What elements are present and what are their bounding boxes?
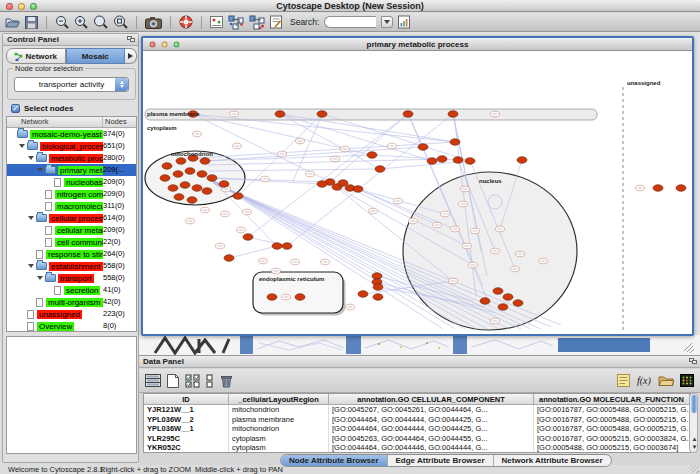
graph-node[interactable] (513, 300, 523, 307)
graph-node[interactable] (437, 156, 447, 163)
tree-row[interactable]: primary metabo209(... (7, 164, 136, 176)
background-windows-strip[interactable] (139, 335, 700, 355)
graph-node[interactable] (403, 111, 413, 118)
graph-node[interactable] (295, 294, 305, 301)
graph-node[interactable] (517, 157, 527, 164)
expander-icon[interactable] (37, 168, 43, 172)
open-session-icon[interactable] (5, 14, 20, 31)
tree-row[interactable]: nitrogen compo209(0) (7, 188, 136, 200)
graph-node[interactable] (207, 175, 217, 182)
tree-row[interactable]: establishment of lo558(0) (7, 260, 136, 272)
graph-node[interactable] (282, 243, 292, 250)
graph-node[interactable] (367, 152, 377, 159)
graph-node[interactable] (358, 291, 368, 298)
tree-row[interactable]: unassigned223(0) (7, 308, 136, 320)
graph-node[interactable] (275, 111, 285, 118)
graph-node[interactable] (233, 193, 243, 200)
network-window-titlebar[interactable]: primary metabolic process (143, 38, 692, 51)
graph-node[interactable] (185, 168, 195, 175)
expander-icon[interactable] (37, 276, 43, 280)
graph-node[interactable] (173, 171, 183, 178)
tree-row[interactable]: mosaic-demo-yeast874(0) (7, 128, 136, 140)
tree-row[interactable]: metabolic process280(0) (7, 152, 136, 164)
import-table-icon[interactable] (658, 372, 674, 389)
graph-node[interactable] (219, 181, 229, 188)
graph-node[interactable] (448, 111, 458, 118)
graph-node[interactable] (243, 234, 253, 241)
column-header[interactable]: ID (144, 394, 229, 404)
tab-scroll-right-icon[interactable] (125, 48, 137, 64)
graph-node[interactable] (676, 185, 686, 192)
search-input[interactable] (324, 16, 376, 28)
graph-node[interactable] (174, 194, 184, 201)
select-attributes-icon[interactable] (185, 372, 200, 389)
float-panel-icon[interactable] (127, 36, 135, 43)
graph-node[interactable] (372, 273, 382, 280)
graph-node[interactable] (498, 304, 508, 311)
zoom-fit-icon[interactable] (93, 14, 108, 31)
tree-row[interactable]: cellular metabo209(0) (7, 224, 136, 236)
grid-icon[interactable] (145, 372, 161, 389)
table-scrollbar[interactable]: ▲ ▼ (689, 393, 698, 453)
tab-network[interactable]: Network (6, 48, 66, 64)
birds-eye-view[interactable] (6, 336, 137, 454)
tree-row[interactable]: secretion41(0) (7, 284, 136, 296)
graph-node[interactable] (493, 288, 503, 295)
tree-row[interactable]: multi-organism pro42(0) (7, 296, 136, 308)
function-icon[interactable]: f(x) (636, 372, 652, 389)
destroy-view-icon[interactable] (249, 14, 265, 31)
graph-node[interactable] (373, 284, 383, 291)
image-export-icon[interactable] (210, 14, 223, 31)
table-row[interactable]: YPL036W__1mitochondrion[GO:0044464, GO:0… (144, 424, 690, 434)
graph-node[interactable] (224, 255, 234, 262)
enhanced-search-icon[interactable] (398, 14, 411, 31)
scrollbar-thumb[interactable] (691, 395, 697, 413)
tree-row[interactable]: macromolecule311(0) (7, 200, 136, 212)
matrix-icon[interactable] (680, 372, 694, 389)
network-view-window[interactable]: primary metabolic process plasma membran… (141, 36, 694, 336)
scroll-down-icon[interactable]: ▼ (691, 444, 698, 451)
graph-node[interactable] (176, 158, 186, 165)
graph-node[interactable] (503, 294, 513, 301)
unselect-attributes-icon[interactable] (206, 372, 214, 389)
select-nodes-checkbox[interactable]: ✓ (11, 104, 20, 113)
graph-node[interactable] (160, 175, 170, 182)
new-attribute-icon[interactable] (167, 372, 179, 389)
expander-icon[interactable] (19, 144, 25, 148)
expander-icon[interactable] (28, 156, 34, 160)
annotations-icon[interactable] (270, 14, 283, 31)
table-row[interactable]: YKR052Ccytoplasm[GO:0044464, GO:0044446,… (144, 443, 690, 453)
graph-node[interactable] (267, 294, 277, 301)
create-view-icon[interactable] (228, 14, 244, 31)
tree-row[interactable]: nucleobase-209(0) (7, 176, 136, 188)
graph-node[interactable] (373, 294, 383, 301)
graph-node[interactable] (375, 166, 385, 173)
graph-node[interactable] (202, 188, 212, 195)
graph-node[interactable] (317, 181, 327, 188)
table-row[interactable]: YDR039C__1mitochondrion[GO:0044464, GO:0… (144, 453, 690, 454)
graph-node[interactable] (272, 243, 282, 250)
graph-node[interactable] (453, 157, 463, 164)
zoom-in-icon[interactable] (74, 14, 88, 31)
tree-row[interactable]: transport558(0) (7, 272, 136, 284)
graph-node[interactable] (653, 185, 663, 192)
graph-node[interactable] (418, 144, 428, 151)
graph-node[interactable] (200, 158, 210, 165)
attribute-table[interactable]: ID_cellularLayoutRegionannotation.GO CEL… (143, 393, 691, 453)
search-dropdown-icon[interactable] (381, 16, 393, 28)
delete-attribute-icon[interactable] (220, 372, 233, 389)
graph-node[interactable] (168, 185, 178, 192)
graph-node[interactable] (162, 163, 172, 170)
zoom-region-icon[interactable] (113, 14, 128, 31)
graph-node[interactable] (187, 197, 197, 204)
tree-row[interactable]: response to stimulu264(0) (7, 248, 136, 260)
node-color-dropdown[interactable]: transporter activity (14, 77, 129, 92)
scroll-up-icon[interactable]: ▲ (691, 436, 698, 443)
label-icon[interactable] (617, 372, 630, 389)
window-titlebar[interactable]: Cytoscape Desktop (New Session) (0, 0, 700, 12)
table-row[interactable]: YLR295Ccytoplasm[GO:0045263, GO:0044464,… (144, 434, 690, 444)
save-session-icon[interactable] (25, 14, 38, 31)
graph-node[interactable] (197, 171, 207, 178)
tree-row[interactable]: Overview8(0) (7, 320, 136, 332)
graph-node[interactable] (427, 158, 437, 165)
